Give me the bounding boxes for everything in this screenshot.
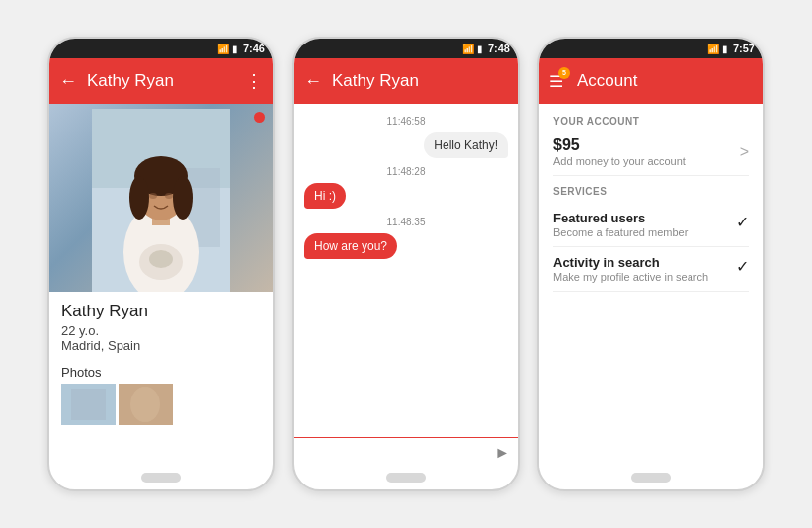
- chat-message-sent-2: How are you?: [304, 233, 508, 259]
- chat-input-row[interactable]: ►: [294, 437, 518, 468]
- chat-input[interactable]: [302, 446, 494, 460]
- account-amount: $95: [553, 136, 686, 154]
- battery-icon-2: ▮: [477, 44, 483, 54]
- chat-bubble-received-1: Hello Kathy!: [424, 132, 508, 158]
- send-icon[interactable]: ►: [494, 444, 510, 462]
- status-bar-1: 📶 ▮ 7:46: [49, 39, 273, 58]
- chat-timestamp-2: 11:48:28: [304, 166, 508, 177]
- add-money-label: Add money to your account: [553, 155, 686, 167]
- service-activity-text: Activity in search Make my profile activ…: [553, 255, 736, 283]
- chat-body: 11:46:58 Hello Kathy! 11:48:28 Hi :) 11:…: [294, 104, 518, 437]
- chevron-right-icon: >: [740, 143, 749, 161]
- service-featured-title: Featured users: [553, 211, 736, 225]
- wifi-icon: 📶: [217, 44, 229, 54]
- profile-image: [49, 104, 273, 292]
- phone-chat: 📶 ▮ 7:48 ← Kathy Ryan 11:46:58 Hello Kat…: [292, 37, 520, 491]
- photo-thumb-2[interactable]: [119, 384, 173, 425]
- app-bar-title-2: Kathy Ryan: [332, 71, 508, 91]
- app-bar-title-1: Kathy Ryan: [87, 71, 245, 91]
- svg-point-9: [149, 193, 157, 199]
- account-balance-row[interactable]: $95 Add money to your account >: [553, 132, 749, 176]
- phone-profile: 📶 ▮ 7:46 ← Kathy Ryan ⋮: [47, 37, 275, 491]
- chat-timestamp-1: 11:46:58: [304, 116, 508, 127]
- phones-container: 📶 ▮ 7:46 ← Kathy Ryan ⋮: [28, 17, 784, 511]
- service-item-activity[interactable]: Activity in search Make my profile activ…: [553, 247, 749, 292]
- svg-point-12: [149, 250, 173, 268]
- svg-point-16: [130, 387, 160, 422]
- chat-message-received-1: Hello Kathy!: [304, 132, 508, 158]
- service-activity-title: Activity in search: [553, 255, 736, 270]
- notification-badge: 5: [558, 67, 570, 79]
- time-1: 7:46: [243, 43, 265, 54]
- account-body: YOUR ACCOUNT $95 Add money to your accou…: [539, 104, 763, 468]
- service-featured-text: Featured users Become a featured member: [553, 211, 736, 238]
- chat-timestamp-3: 11:48:35: [304, 217, 508, 227]
- battery-icon: ▮: [232, 44, 238, 54]
- profile-age: 22 y.o.: [61, 323, 261, 338]
- phone-account: 📶 ▮ 7:57 ☰ 5 Account YOUR ACCOUNT $95 Ad…: [537, 37, 765, 491]
- profile-name: Kathy Ryan: [61, 302, 261, 321]
- home-button-3[interactable]: [631, 473, 671, 483]
- svg-point-10: [165, 193, 173, 199]
- status-bar-2: 📶 ▮ 7:48: [294, 39, 518, 58]
- service-featured-sub: Become a featured member: [553, 226, 736, 238]
- battery-icon-3: ▮: [722, 44, 728, 54]
- service-activity-sub: Make my profile active in search: [553, 271, 736, 283]
- services-section: SERVICES Featured users Become a feature…: [553, 186, 749, 292]
- photo-thumb-1[interactable]: [61, 384, 116, 425]
- chat-message-sent-1: Hi :): [304, 183, 508, 209]
- status-icons-3: 📶 ▮: [707, 44, 728, 54]
- status-icons-2: 📶 ▮: [462, 44, 483, 54]
- wifi-icon-2: 📶: [462, 44, 474, 54]
- app-bar-3: ☰ 5 Account: [539, 58, 763, 104]
- menu-icon-1[interactable]: ⋮: [245, 70, 263, 92]
- profile-photo-svg: [92, 109, 230, 292]
- app-bar-title-3: Account: [577, 71, 753, 91]
- svg-rect-14: [71, 389, 106, 420]
- check-icon-activity: ✓: [736, 257, 749, 276]
- app-bar-1: ← Kathy Ryan ⋮: [49, 58, 273, 104]
- time-2: 7:48: [488, 43, 510, 54]
- services-header: SERVICES: [553, 186, 749, 197]
- photos-label: Photos: [49, 359, 273, 384]
- phone-body-1: Kathy Ryan 22 y.o. Madrid, Spain Photos: [49, 104, 273, 468]
- online-indicator: [254, 112, 265, 123]
- profile-location: Madrid, Spain: [61, 338, 261, 353]
- hamburger-icon[interactable]: ☰ 5: [549, 72, 563, 91]
- profile-info: Kathy Ryan 22 y.o. Madrid, Spain: [49, 292, 273, 359]
- svg-point-8: [173, 176, 193, 220]
- time-3: 7:57: [733, 43, 755, 54]
- status-bar-3: 📶 ▮ 7:57: [539, 39, 763, 58]
- photos-row: [49, 384, 273, 425]
- home-button-1[interactable]: [141, 473, 181, 483]
- service-item-featured[interactable]: Featured users Become a featured member …: [553, 203, 749, 247]
- svg-point-7: [129, 176, 149, 220]
- check-icon-featured: ✓: [736, 213, 749, 231]
- back-button-2[interactable]: ←: [304, 71, 322, 92]
- chat-bubble-sent-1: Hi :): [304, 183, 346, 209]
- back-button-1[interactable]: ←: [59, 71, 77, 92]
- wifi-icon-3: 📶: [707, 44, 719, 54]
- status-icons-1: 📶 ▮: [217, 44, 238, 54]
- chat-bubble-sent-2: How are you?: [304, 233, 397, 259]
- app-bar-2: ← Kathy Ryan: [294, 58, 518, 104]
- your-account-header: YOUR ACCOUNT: [553, 116, 749, 127]
- home-button-2[interactable]: [386, 473, 426, 483]
